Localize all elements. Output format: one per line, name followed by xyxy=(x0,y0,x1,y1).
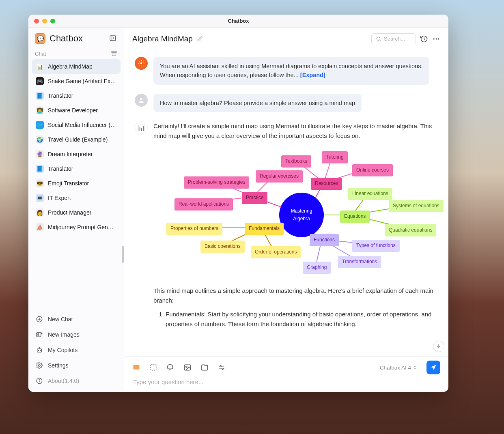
about-button[interactable]: About(1.4.0) xyxy=(32,373,121,389)
user-text: How to master algebra? Please provide a … xyxy=(160,100,355,106)
mindmap-center-node: Mastering Algebra xyxy=(279,193,324,237)
user-avatar-icon xyxy=(135,94,148,107)
svg-point-12 xyxy=(38,350,39,351)
ai-content: Certainly! I'll create a simple mind map… xyxy=(153,121,437,329)
sidebar-item-translator-2[interactable]: 📘Translator xyxy=(32,161,121,176)
action-label: My Copilots xyxy=(48,347,78,353)
mindmap-node: Regular exercises xyxy=(256,170,303,182)
app-window: Chatbox 💬 Chatbox Chat 📊Algebra MindMap xyxy=(28,15,448,392)
action-label: About(1.4.0) xyxy=(48,378,79,384)
svg-rect-49 xyxy=(151,365,156,370)
settings-button[interactable]: Settings xyxy=(32,358,121,373)
expand-button[interactable]: [Expand] xyxy=(300,72,325,78)
svg-line-21 xyxy=(379,40,381,41)
mindmap-node: Online courses xyxy=(352,164,393,176)
developer-icon: 👨‍💻 xyxy=(36,106,44,114)
topbar: Algebra MindMap Search... xyxy=(124,28,448,50)
attach-image-icon[interactable] xyxy=(183,363,192,372)
collapse-sidebar-button[interactable] xyxy=(109,34,117,43)
composer: Chatbox AI 4 xyxy=(124,356,448,392)
sidebar-item-algebra-mindmap[interactable]: 📊Algebra MindMap xyxy=(32,59,121,74)
sidebar-item-travel-guide[interactable]: 🌍Travel Guide (Example) xyxy=(32,132,121,147)
svg-point-15 xyxy=(39,347,40,348)
svg-point-53 xyxy=(220,365,221,367)
chart-icon: 📊 xyxy=(36,62,44,71)
search-input[interactable]: Search... xyxy=(371,33,416,44)
app-mini-icon[interactable] xyxy=(132,363,140,372)
svg-point-26 xyxy=(140,98,142,100)
chevron-updown-icon xyxy=(413,365,418,370)
scrollbar-thumb[interactable] xyxy=(122,246,124,263)
mindmap-node: Quadratic equations xyxy=(385,224,436,236)
mindmap-node: Linear equations xyxy=(348,188,392,200)
mindmap-node: Basic operations xyxy=(200,241,245,252)
person-icon: 👩 xyxy=(36,208,44,217)
globe-icon: 🌍 xyxy=(36,135,44,144)
sidebar-item-dream-interpreter[interactable]: 🔮Dream Interpreter xyxy=(32,147,121,161)
sidebar-item-label: Dream Interpreter xyxy=(48,151,93,157)
svg-point-16 xyxy=(39,365,41,367)
info-icon xyxy=(36,377,43,385)
history-button[interactable] xyxy=(420,35,428,43)
composer-toolbar: Chatbox AI 4 xyxy=(132,361,440,374)
sidebar-item-it-expert[interactable]: 💻IT Expert xyxy=(32,191,121,205)
action-label: New Chat xyxy=(48,316,73,322)
message-input[interactable] xyxy=(132,377,440,387)
titlebar[interactable]: Chatbox xyxy=(28,15,448,28)
sidebar-bottom: New Chat New Images My Copilots Settings… xyxy=(28,310,124,392)
edit-title-button[interactable] xyxy=(197,36,203,42)
chat-list[interactable]: 📊Algebra MindMap 🎮Snake Game (Artifact E… xyxy=(28,59,124,310)
sidebar-item-label: Product Manager xyxy=(48,209,91,216)
mindmap-node-equations: Equations xyxy=(340,211,370,222)
attach-file-icon[interactable] xyxy=(200,363,209,372)
send-button[interactable] xyxy=(426,361,440,374)
sidebar-item-product-manager[interactable]: 👩Product Manager xyxy=(32,205,121,220)
my-copilots-button[interactable]: My Copilots xyxy=(32,342,121,358)
model-selector[interactable]: Chatbox AI 4 xyxy=(380,365,418,371)
close-window-button[interactable] xyxy=(34,19,39,24)
sidebar-item-social-media[interactable]: 🐦Social Media Influencer (E… xyxy=(32,118,121,132)
system-message: You are an AI assistant skilled in using… xyxy=(135,57,438,85)
sidebar-item-label: Midjourney Prompt Gener… xyxy=(48,224,116,230)
traffic-lights xyxy=(28,19,55,24)
chat-area[interactable]: You are an AI assistant skilled in using… xyxy=(124,50,448,356)
select-area-icon[interactable] xyxy=(149,363,157,372)
mindmap-node-functions: Functions xyxy=(310,234,339,246)
ai-avatar-icon: 📊 xyxy=(135,121,148,134)
sidebar-header: 💬 Chatbox xyxy=(28,28,124,48)
game-icon: 🎮 xyxy=(36,77,44,85)
user-message: How to master algebra? Please provide a … xyxy=(135,94,438,112)
mindmap-node: Systems of equations xyxy=(389,200,444,212)
sidebar-item-label: Software Developer xyxy=(48,107,98,114)
new-images-button[interactable]: New Images xyxy=(32,327,121,342)
sidebar-item-midjourney[interactable]: ⛵Midjourney Prompt Gener… xyxy=(32,220,121,234)
sidebar-item-software-developer[interactable]: 👨‍💻Software Developer xyxy=(32,103,121,118)
sidebar-item-label: Snake Game (Artifact Exa… xyxy=(48,78,116,84)
ai-intro-text: Certainly! I'll create a simple mind map… xyxy=(153,121,437,141)
sidebar-item-translator[interactable]: 📘Translator xyxy=(32,88,121,103)
sidebar-item-emoji-translator[interactable]: 😎Emoji Translator xyxy=(32,176,121,191)
mindmap-node: Types of functions xyxy=(352,240,400,251)
sidebar-item-label: Social Media Influencer (E… xyxy=(48,122,116,128)
sidebar-item-snake-game[interactable]: 🎮Snake Game (Artifact Exa… xyxy=(32,74,121,88)
minimize-window-button[interactable] xyxy=(42,19,47,24)
computer-icon: 💻 xyxy=(36,194,44,202)
twitter-icon: 🐦 xyxy=(36,121,44,129)
archive-icon[interactable] xyxy=(111,50,117,57)
maximize-window-button[interactable] xyxy=(50,19,55,24)
svg-point-24 xyxy=(438,38,439,39)
mindmap-node-resources: Resources xyxy=(311,178,342,189)
sidebar: 💬 Chatbox Chat 📊Algebra MindMap 🎮Snake G… xyxy=(28,28,124,392)
settings-sliders-icon[interactable] xyxy=(218,363,226,372)
quote-reply-icon[interactable] xyxy=(166,363,174,372)
more-menu-button[interactable] xyxy=(432,35,440,43)
new-chat-button[interactable]: New Chat xyxy=(32,312,121,327)
crystal-ball-icon: 🔮 xyxy=(36,150,44,158)
svg-point-19 xyxy=(39,380,40,380)
model-name: Chatbox AI 4 xyxy=(380,365,411,371)
mindmap-node: Textbooks xyxy=(281,155,311,167)
image-plus-icon xyxy=(36,331,43,338)
svg-rect-2 xyxy=(112,52,116,53)
sailboat-icon: ⛵ xyxy=(36,223,44,231)
scroll-to-bottom-button[interactable] xyxy=(433,341,444,352)
